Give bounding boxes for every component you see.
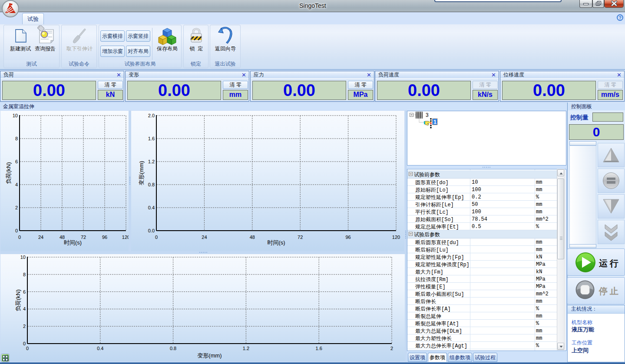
svg-text:10: 10 [20,255,26,260]
svg-text:0.8: 0.8 [170,346,176,351]
svg-text:0: 0 [18,235,21,240]
svg-text:时间(s): 时间(s) [64,239,82,246]
svg-text:96: 96 [102,235,107,240]
svg-text:8: 8 [23,272,26,277]
svg-text:负荷(kN): 负荷(kN) [15,289,21,311]
svg-text:变形(mm): 变形(mm) [197,352,222,359]
svg-text:0: 0 [15,228,18,233]
svg-text:4: 4 [23,306,26,311]
svg-text:0: 0 [23,341,26,346]
svg-text:2: 2 [23,324,26,329]
svg-text:24: 24 [202,235,207,240]
svg-text:0: 0 [26,346,29,351]
svg-text:2.0: 2.0 [148,113,155,118]
svg-text:24: 24 [38,235,43,240]
svg-text:0.8: 0.8 [148,182,155,187]
svg-text:4: 4 [15,182,18,187]
svg-text:变形(mm): 变形(mm) [138,161,145,185]
svg-text:1.2: 1.2 [243,346,249,351]
svg-text:时间(s): 时间(s) [267,239,285,246]
svg-text:0.0: 0.0 [148,228,155,233]
svg-text:1.6: 1.6 [316,346,322,351]
svg-text:8: 8 [15,136,18,141]
svg-text:0.4: 0.4 [148,205,155,210]
svg-text:72: 72 [298,235,303,240]
svg-text:3: 3 [426,112,429,118]
svg-text:1.6: 1.6 [148,136,155,141]
svg-text:0: 0 [155,235,158,240]
svg-text:120: 120 [392,235,400,240]
svg-text:6: 6 [15,159,18,164]
svg-text:96: 96 [345,235,351,240]
svg-text:6: 6 [23,289,26,295]
svg-text:2: 2 [15,205,18,210]
svg-text:0.4: 0.4 [97,346,103,351]
svg-text:负荷(kN): 负荷(kN) [5,162,12,184]
svg-text:2: 2 [390,346,393,351]
svg-text:10: 10 [13,113,18,118]
svg-text:1.2: 1.2 [148,159,155,164]
svg-text:1: 1 [433,119,437,125]
svg-text:48: 48 [250,235,255,240]
